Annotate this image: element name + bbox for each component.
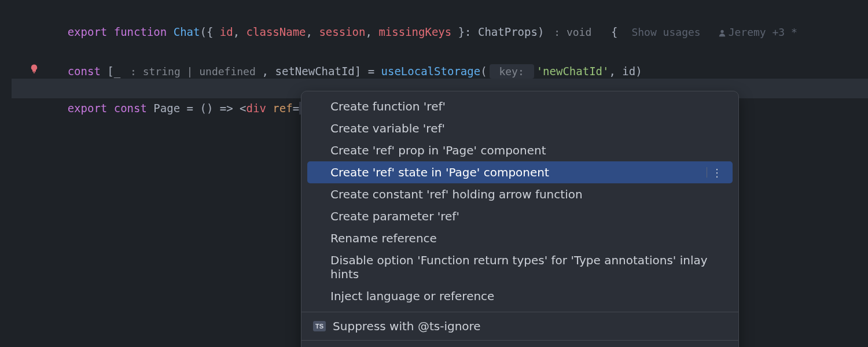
popup-item[interactable]: Inject language or reference xyxy=(301,285,738,307)
popup-item[interactable]: Create variable 'ref' xyxy=(301,117,738,139)
popup-item[interactable]: Create function 'ref' xyxy=(301,91,738,117)
popup-item[interactable]: Create 'ref' state in 'Page' component⋮ xyxy=(307,161,733,183)
code-area: export function Chat({ id, className, se… xyxy=(0,0,868,98)
code-line[interactable]: const [_ : string | undefined , setNewCh… xyxy=(12,42,868,61)
keyword-export: export xyxy=(68,102,108,115)
code-editor[interactable]: export function Chat({ id, className, se… xyxy=(0,0,868,347)
inlay-type-hint: : string | undefined xyxy=(124,65,262,77)
popup-item[interactable]: Create parameter 'ref' xyxy=(301,205,738,227)
more-icon[interactable]: ⋮ xyxy=(712,167,721,179)
jsx-ref-attr: ref xyxy=(273,102,292,115)
popup-item[interactable]: Create constant 'ref' holding arrow func… xyxy=(301,183,738,205)
const-Page: Page xyxy=(153,102,180,115)
destructure-close: ] = xyxy=(355,65,381,77)
intention-actions-popup: Create function 'ref'Create variable 're… xyxy=(301,91,739,347)
setter-name: setNewChatId xyxy=(275,65,355,77)
string-literal: 'newChatId' xyxy=(536,65,609,77)
popup-item[interactable]: Rename reference xyxy=(301,227,738,249)
underscore: _ xyxy=(114,65,120,77)
popup-item[interactable]: Create 'ref' prop in 'Page' component xyxy=(301,139,738,161)
popup-footer: Press Ctrl+Q to toggle preview xyxy=(301,340,738,347)
arrow-expr: = () => xyxy=(180,102,240,115)
code-line-blank[interactable] xyxy=(12,22,868,42)
jsx-div-tag: div xyxy=(247,102,266,115)
code-line[interactable]: export function Chat({ id, className, se… xyxy=(12,2,868,22)
more-separator xyxy=(707,167,707,178)
ts-badge-icon: TS xyxy=(313,321,326,331)
popup-item-label: Suppress with @ts-ignore xyxy=(333,319,481,333)
popup-item[interactable]: Disable option 'Function return types' f… xyxy=(301,249,738,285)
keyword-const: const xyxy=(107,102,153,115)
popup-item-suppress[interactable]: TS Suppress with @ts-ignore xyxy=(301,312,738,338)
destructure-open: [ xyxy=(101,65,114,77)
inlay-key-label: key: xyxy=(490,64,534,79)
fn-useLocalStorage: useLocalStorage xyxy=(381,65,481,77)
keyword-const: const xyxy=(68,65,101,77)
popup-list: Create function 'ref'Create variable 're… xyxy=(301,91,738,307)
